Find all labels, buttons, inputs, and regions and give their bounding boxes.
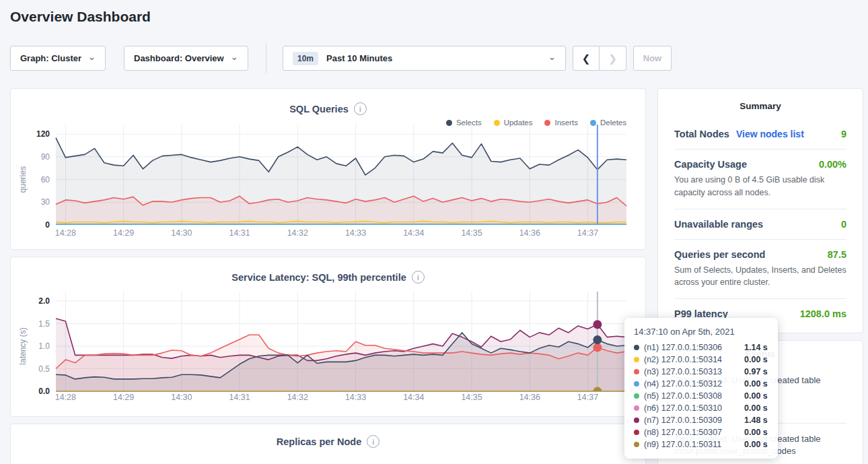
tooltip-row: (n7) 127.0.0.1:503091.48 s	[634, 414, 768, 426]
legend-color-dot	[494, 120, 500, 126]
tooltip-row: (n5) 127.0.0.1:503080.00 s	[634, 390, 768, 402]
node-latency-value: 0.00 s	[744, 403, 768, 413]
svg-text:1.0: 1.0	[38, 341, 50, 351]
time-range-label: Past 10 Minutes	[326, 53, 392, 63]
legend-item-deletes[interactable]: Deletes	[590, 119, 626, 127]
svg-text:0.5: 0.5	[38, 364, 50, 374]
qps-label: Queries per second	[674, 249, 765, 260]
legend-item-updates[interactable]: Updates	[494, 119, 533, 127]
now-button[interactable]: Now	[633, 46, 672, 71]
node-latency-value: 1.14 s	[744, 343, 768, 352]
chart-title-text: Replicas per Node	[277, 436, 362, 447]
sql-legend: SelectsUpdatesInsertsDeletes	[446, 119, 626, 127]
node-color-dot	[634, 405, 639, 411]
info-icon[interactable]: i	[412, 271, 425, 284]
graph-dropdown[interactable]: Graph: Cluster ⌄	[10, 46, 106, 71]
page-title: Overview Dashboard	[10, 9, 151, 25]
svg-text:14:30: 14:30	[171, 228, 192, 238]
legend-label: Deletes	[600, 119, 626, 127]
tooltip-row: (n9) 127.0.0.1:503110.00 s	[634, 438, 768, 451]
unavailable-ranges-row: Unavailable ranges 0	[674, 219, 846, 230]
node-latency-value: 0.00 s	[744, 440, 768, 449]
total-nodes-value: 9	[841, 129, 846, 139]
svg-text:14:33: 14:33	[345, 228, 366, 238]
info-icon[interactable]: i	[367, 435, 379, 448]
node-latency-value: 0.00 s	[744, 391, 768, 401]
sql-queries-title: SQL Queries i	[11, 102, 645, 115]
unavailable-ranges-value: 0	[841, 219, 846, 230]
svg-text:14:32: 14:32	[287, 393, 308, 402]
node-address: (n9) 127.0.0.1:50311	[644, 440, 739, 449]
node-color-dot	[634, 369, 639, 374]
qps-row: Queries per second 87.5	[674, 249, 846, 260]
node-address: (n1) 127.0.0.1:50306	[644, 343, 739, 352]
total-nodes-row: Total Nodes View nodes list 9	[674, 129, 846, 139]
legend-color-dot	[590, 120, 596, 126]
svg-text:0.0: 0.0	[38, 387, 50, 396]
svg-text:14:28: 14:28	[55, 393, 76, 402]
node-color-dot	[634, 357, 639, 362]
legend-item-inserts[interactable]: Inserts	[544, 119, 578, 127]
summary-title: Summary	[674, 101, 846, 111]
svg-text:queries: queries	[18, 166, 28, 193]
svg-text:14:36: 14:36	[519, 393, 540, 402]
time-next-button[interactable]: ❯	[600, 46, 626, 71]
qps-value: 87.5	[828, 249, 846, 260]
svg-text:14:36: 14:36	[519, 228, 540, 238]
chart-hover-tooltip: 14:37:10 on Apr 5th, 2021 (n1) 127.0.0.1…	[624, 318, 778, 459]
svg-text:14:31: 14:31	[229, 393, 250, 402]
svg-text:14:32: 14:32	[287, 228, 308, 238]
svg-text:14:34: 14:34	[403, 228, 424, 238]
node-latency-value: 0.00 s	[744, 379, 768, 389]
summary-divider	[674, 149, 846, 150]
service-latency-title: Service Latency: SQL, 99th percentile i	[11, 271, 645, 284]
svg-text:14:29: 14:29	[113, 228, 134, 238]
qps-desc: Sum of Selects, Updates, Inserts, and De…	[674, 264, 846, 290]
summary-divider	[674, 298, 846, 299]
node-address: (n3) 127.0.0.1:50313	[644, 367, 739, 376]
svg-text:14:33: 14:33	[345, 393, 366, 402]
node-latency-value: 0.00 s	[744, 428, 768, 437]
node-address: (n2) 127.0.0.1:50314	[644, 355, 739, 364]
legend-color-dot	[446, 120, 452, 126]
time-range-dropdown[interactable]: 10m Past 10 Minutes ⌄	[283, 46, 566, 71]
svg-text:latency (s): latency (s)	[18, 327, 28, 364]
graph-dropdown-label: Graph: Cluster	[20, 53, 81, 63]
p99-latency-value: 1208.0 ms	[800, 308, 846, 319]
tooltip-timestamp: 14:37:10 on Apr 5th, 2021	[634, 327, 768, 337]
svg-text:90: 90	[41, 152, 50, 162]
tooltip-row: (n8) 127.0.0.1:503070.00 s	[634, 426, 768, 438]
svg-text:2.0: 2.0	[38, 296, 50, 306]
node-address: (n8) 127.0.0.1:50307	[644, 428, 739, 437]
summary-panel: Summary Total Nodes View nodes list 9 Ca…	[657, 88, 863, 333]
replicas-per-node-card: Replicas per Node i	[10, 424, 646, 464]
svg-text:14:35: 14:35	[461, 228, 482, 238]
node-latency-value: 1.48 s	[744, 416, 768, 425]
node-address: (n6) 127.0.0.1:50310	[644, 403, 739, 413]
time-prev-button[interactable]: ❮	[573, 46, 600, 71]
node-color-dot	[634, 430, 639, 435]
time-range-badge: 10m	[293, 52, 318, 65]
legend-item-selects[interactable]: Selects	[446, 119, 482, 127]
chevron-down-icon: ⌄	[231, 52, 238, 62]
dashboard-dropdown[interactable]: Dashboard: Overview ⌄	[124, 46, 248, 71]
node-address: (n4) 127.0.0.1:50312	[644, 379, 739, 389]
legend-label: Inserts	[554, 119, 578, 127]
service-latency-card: 14:2814:2914:3014:3114:3214:3314:3414:35…	[10, 257, 646, 417]
svg-text:30: 30	[41, 197, 50, 207]
capacity-usage-label: Capacity Usage	[674, 159, 747, 170]
node-color-dot	[634, 418, 639, 423]
node-color-dot	[634, 393, 639, 399]
sql-queries-card: 14:2814:2914:3014:3114:3214:3314:3414:35…	[10, 88, 646, 250]
legend-color-dot	[544, 120, 550, 126]
tooltip-row: (n2) 127.0.0.1:503140.00 s	[634, 354, 768, 366]
info-icon[interactable]: i	[354, 102, 367, 115]
tooltip-row: (n3) 127.0.0.1:503130.97 s	[634, 366, 768, 378]
svg-text:60: 60	[41, 175, 50, 185]
svg-text:120: 120	[36, 129, 50, 139]
svg-text:14:28: 14:28	[55, 228, 76, 238]
node-address: (n7) 127.0.0.1:50309	[644, 416, 739, 425]
svg-text:14:31: 14:31	[229, 228, 250, 238]
view-nodes-list-link[interactable]: View nodes list	[736, 129, 804, 139]
svg-text:14:35: 14:35	[461, 393, 482, 402]
